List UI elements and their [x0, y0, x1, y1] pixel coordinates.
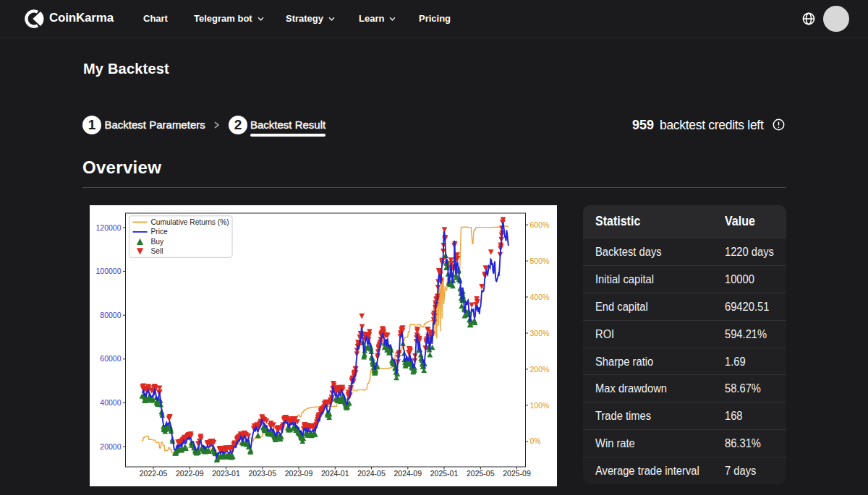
svg-text:2022-09: 2022-09 — [176, 469, 204, 478]
svg-text:600%: 600% — [530, 220, 550, 229]
svg-text:Buy: Buy — [151, 238, 164, 246]
svg-text:400%: 400% — [530, 293, 550, 301]
svg-text:2024-01: 2024-01 — [321, 469, 349, 478]
svg-text:2023-09: 2023-09 — [285, 469, 313, 478]
svg-text:2025-05: 2025-05 — [467, 469, 495, 478]
svg-text:Sell: Sell — [151, 247, 163, 255]
svg-text:0%: 0% — [530, 436, 541, 445]
svg-text:2022-05: 2022-05 — [140, 469, 168, 478]
svg-text:500%: 500% — [530, 257, 550, 265]
svg-text:2024-05: 2024-05 — [357, 469, 386, 478]
svg-text:100%: 100% — [530, 401, 550, 410]
svg-text:60000: 60000 — [100, 354, 121, 363]
svg-text:20000: 20000 — [100, 442, 121, 451]
svg-text:40000: 40000 — [100, 398, 121, 407]
svg-text:2025-09: 2025-09 — [503, 469, 531, 478]
svg-text:100000: 100000 — [95, 267, 121, 275]
svg-text:2024-09: 2024-09 — [394, 469, 422, 478]
svg-text:Cumulative Returns (%): Cumulative Returns (%) — [151, 218, 229, 226]
svg-text:Price: Price — [151, 228, 169, 236]
svg-text:2023-01: 2023-01 — [212, 469, 240, 478]
svg-text:200%: 200% — [530, 365, 550, 374]
svg-text:80000: 80000 — [100, 311, 121, 319]
svg-text:2023-05: 2023-05 — [249, 469, 277, 478]
svg-text:300%: 300% — [530, 329, 550, 337]
svg-text:2025-01: 2025-01 — [430, 469, 459, 478]
svg-text:120000: 120000 — [95, 223, 121, 232]
